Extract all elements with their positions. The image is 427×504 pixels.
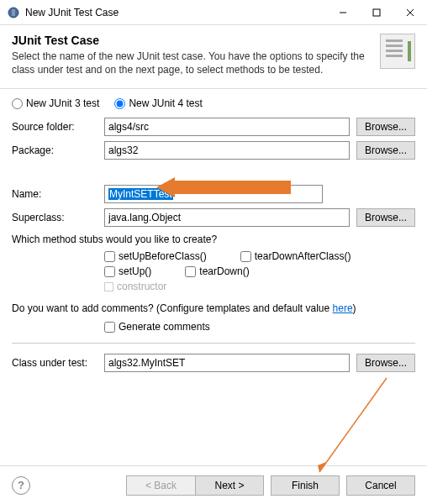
app-icon: [7, 6, 20, 19]
wizard-icon: [380, 34, 415, 69]
name-label: Name:: [12, 188, 104, 200]
configure-link[interactable]: here: [333, 302, 353, 314]
page-title: JUnit Test Case: [12, 34, 372, 47]
svg-rect-3: [373, 9, 380, 16]
svg-line-6: [319, 378, 387, 472]
package-label: Package:: [12, 144, 104, 156]
comments-question: Do you want to add comments? (Configure …: [12, 302, 415, 314]
checkbox-setupbeforeclass[interactable]: setUpBeforeClass(): [104, 250, 207, 262]
close-button[interactable]: [393, 1, 427, 24]
page-description: Select the name of the new JUnit test ca…: [12, 50, 372, 76]
minimize-button[interactable]: [326, 1, 360, 24]
back-button: < Back: [126, 475, 195, 496]
checkbox-setup[interactable]: setUp(): [104, 265, 151, 277]
class-browse-button[interactable]: Browse...: [356, 354, 415, 372]
radio-junit4[interactable]: New JUnit 4 test: [114, 97, 202, 109]
source-folder-label: Source folder:: [12, 121, 104, 133]
stubs-question: Which method stubs would you like to cre…: [12, 234, 415, 245]
checkbox-teardown[interactable]: tearDown(): [185, 265, 249, 277]
finish-button[interactable]: Finish: [271, 475, 340, 496]
superclass-label: Superclass:: [12, 212, 104, 223]
checkbox-constructor: constructor: [104, 281, 166, 292]
source-folder-input[interactable]: [104, 118, 350, 136]
window-title: New JUnit Test Case: [25, 7, 326, 18]
divider: [12, 343, 415, 344]
button-bar: ? < Back Next > Finish Cancel: [0, 465, 427, 504]
titlebar: New JUnit Test Case: [0, 0, 427, 25]
cancel-button[interactable]: Cancel: [346, 475, 415, 496]
radio-junit3[interactable]: New JUnit 3 test: [12, 97, 99, 109]
junit-version-group: New JUnit 3 test New JUnit 4 test: [12, 97, 415, 109]
svg-rect-1: [12, 9, 15, 16]
checkbox-generate-comments[interactable]: Generate comments: [104, 321, 415, 333]
source-browse-button[interactable]: Browse...: [356, 118, 415, 136]
help-icon[interactable]: ?: [12, 476, 30, 495]
checkbox-teardownafterclass[interactable]: tearDownAfterClass(): [240, 250, 351, 262]
package-input[interactable]: [104, 141, 350, 160]
wizard-header: JUnit Test Case Select the name of the n…: [0, 25, 427, 89]
superclass-browse-button[interactable]: Browse...: [356, 208, 415, 227]
name-input[interactable]: MyIntSETTest: [104, 185, 323, 203]
maximize-button[interactable]: [360, 1, 393, 24]
class-under-test-label: Class under test:: [12, 357, 104, 369]
superclass-input[interactable]: [104, 208, 350, 227]
next-button[interactable]: Next >: [195, 475, 264, 496]
class-under-test-input[interactable]: [104, 354, 350, 372]
package-browse-button[interactable]: Browse...: [356, 141, 415, 160]
